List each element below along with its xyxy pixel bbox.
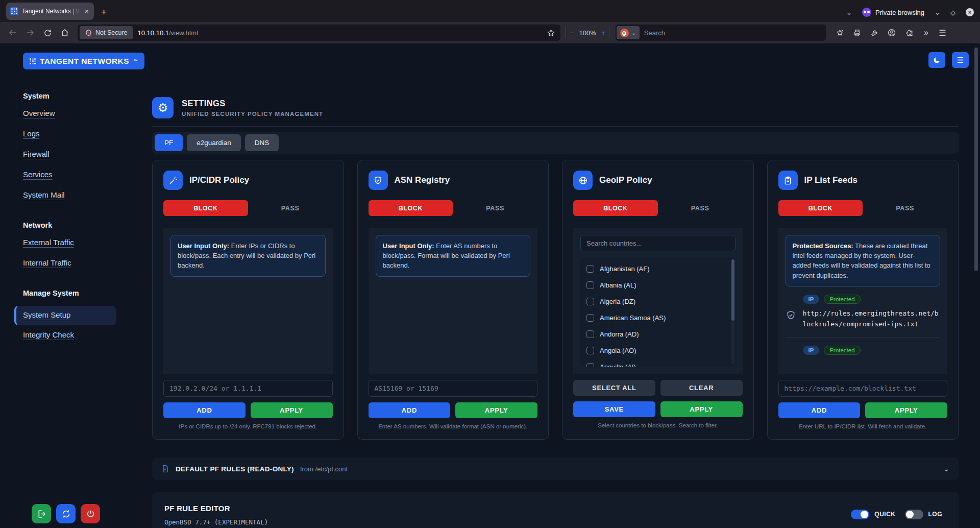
country-row[interactable]: Anguilla (AI) [586, 358, 729, 367]
quick-toggle[interactable] [851, 510, 869, 519]
pass-mode-button[interactable]: PASS [863, 200, 947, 216]
sidebar-item-services[interactable]: Services [23, 170, 116, 180]
menu-hamburger-icon[interactable]: ☰ [935, 28, 949, 38]
apply-button[interactable]: APPLY [865, 402, 947, 418]
country-list[interactable]: Afghanistan (AF) Albania (AL) Algeria (D… [580, 257, 736, 367]
pf-rule-editor-title: PF RULE EDITOR [164, 504, 268, 513]
page-scrollbar[interactable] [974, 47, 978, 271]
panel-footnote: Enter AS numbers. Will validate format (… [369, 423, 538, 429]
save-button[interactable]: SAVE [573, 401, 655, 417]
country-checkbox[interactable] [586, 347, 594, 354]
info-box-lead: User Input Only: [178, 242, 229, 250]
panel-body: User Input Only: Enter AS numbers to blo… [369, 228, 538, 374]
print-icon[interactable] [849, 25, 865, 40]
country-row[interactable]: Angola (AO) [586, 342, 729, 358]
block-mode-button[interactable]: BLOCK [163, 200, 248, 216]
add-button[interactable]: ADD [369, 402, 451, 418]
sidebar-item-system-setup[interactable]: System Setup [23, 310, 110, 321]
logout-button[interactable] [32, 504, 51, 523]
extensions-puzzle-icon[interactable] [901, 25, 917, 40]
pass-mode-button[interactable]: PASS [248, 200, 333, 216]
clipboard-icon [778, 171, 798, 190]
window-minimize-icon[interactable]: ⌄ [935, 9, 940, 16]
url-bar[interactable]: Not Secure 10.10.10.1/view.html [78, 25, 560, 41]
tools-wrench-icon[interactable] [867, 25, 882, 40]
sidebar-item-firewall[interactable]: Firewall [23, 150, 116, 160]
country-row[interactable]: Afghanistan (AF) [586, 260, 729, 277]
window-maximize-icon[interactable]: ◇ [950, 9, 955, 16]
power-button[interactable] [81, 504, 100, 523]
clear-button[interactable]: CLEAR [660, 380, 743, 396]
duckduckgo-icon [620, 29, 629, 37]
ipcidr-input[interactable] [163, 380, 333, 397]
country-row[interactable]: Albania (AL) [586, 277, 729, 293]
country-label: Anguilla (AI) [600, 363, 636, 367]
reload-icon[interactable] [40, 25, 55, 40]
browser-tab[interactable]: Tangent Networks | Web i × [6, 3, 94, 20]
brand-logo: TANGENT NETWORKS™ [23, 53, 144, 69]
bookmark-star-icon[interactable] [543, 25, 558, 40]
country-search-input[interactable] [580, 235, 736, 251]
main-content: ⚙ SETTINGS UNIFIED SECURITY POLICY MANAG… [152, 97, 959, 528]
country-row[interactable]: Algeria (DZ) [586, 293, 729, 309]
country-row[interactable]: American Samoa (AS) [586, 309, 729, 326]
dark-mode-button[interactable] [928, 52, 945, 68]
new-tab-button[interactable]: + [101, 7, 107, 18]
private-browsing-badge: Private browsing [862, 8, 924, 17]
block-mode-button[interactable]: BLOCK [369, 200, 453, 216]
save-page-icon[interactable] [832, 25, 847, 40]
forward-icon[interactable] [22, 25, 38, 40]
country-checkbox[interactable] [586, 314, 594, 322]
block-mode-button[interactable]: BLOCK [778, 200, 863, 216]
pass-mode-button[interactable]: PASS [453, 200, 537, 216]
search-engine-chip[interactable]: ⌄ [617, 26, 639, 39]
account-icon[interactable] [884, 25, 899, 40]
sidebar-item-internal-traffic[interactable]: Internal Traffic [23, 258, 116, 269]
zoom-in-button[interactable]: + [601, 29, 605, 37]
sidebar-item-external-traffic[interactable]: External Traffic [23, 238, 116, 248]
block-pass-toggle: BLOCK PASS [778, 200, 948, 216]
add-button[interactable]: ADD [778, 402, 861, 418]
home-icon[interactable] [57, 25, 72, 40]
overflow-icon[interactable]: » [919, 28, 933, 37]
zoom-level[interactable]: 100% [579, 29, 596, 37]
search-bar[interactable]: ⌄ Search [616, 25, 826, 41]
apply-button[interactable]: APPLY [660, 401, 743, 417]
country-checkbox[interactable] [586, 330, 594, 338]
country-list-scrollbar[interactable] [731, 259, 734, 365]
asn-input[interactable] [369, 380, 538, 397]
pass-mode-button[interactable]: PASS [658, 200, 743, 216]
expand-chevron-icon[interactable]: ⌄ [943, 465, 949, 473]
select-all-button[interactable]: SELECT ALL [573, 380, 655, 396]
tab-pf[interactable]: PF [155, 134, 183, 151]
sidebar-item-system-mail[interactable]: System Mail [23, 190, 116, 201]
refresh-button[interactable] [56, 504, 76, 523]
default-pf-rules-row[interactable]: DEFAULT PF RULES (READ-ONLY) from /etc/p… [152, 458, 959, 480]
zoom-out-button[interactable]: − [570, 29, 574, 37]
engine-chevron-icon[interactable]: ⌄ [631, 30, 635, 36]
tab-e2guardian[interactable]: e2guardian [187, 134, 241, 151]
sidebar-item-overview[interactable]: Overview [23, 109, 116, 119]
sidebar-item-system-setup-active[interactable]: System Setup [14, 306, 116, 325]
sidebar-item-integrity-check[interactable]: Integrity Check [23, 330, 116, 341]
back-icon[interactable] [5, 25, 20, 40]
feed-url-input[interactable] [778, 380, 948, 397]
window-close-icon[interactable]: × [966, 8, 974, 16]
country-checkbox[interactable] [586, 363, 594, 367]
app-menu-button[interactable]: ☰ [952, 52, 969, 68]
country-checkbox[interactable] [586, 298, 594, 305]
country-checkbox[interactable] [586, 281, 594, 289]
panel-geoip-policy: GeoIP Policy BLOCK PASS Afghanistan (AF)… [562, 160, 754, 440]
security-chip[interactable]: Not Secure [80, 26, 133, 39]
tab-close-icon[interactable]: × [84, 7, 90, 15]
country-checkbox[interactable] [586, 265, 594, 273]
sidebar-item-logs[interactable]: Logs [23, 129, 116, 139]
apply-button[interactable]: APPLY [455, 402, 537, 418]
tab-dns[interactable]: DNS [245, 134, 279, 151]
log-toggle[interactable] [905, 510, 923, 519]
block-mode-button[interactable]: BLOCK [573, 200, 658, 216]
list-tabs-icon[interactable]: ⌄ [846, 9, 852, 16]
add-button[interactable]: ADD [163, 402, 246, 418]
country-row[interactable]: Andorra (AD) [586, 326, 729, 342]
apply-button[interactable]: APPLY [251, 402, 333, 418]
